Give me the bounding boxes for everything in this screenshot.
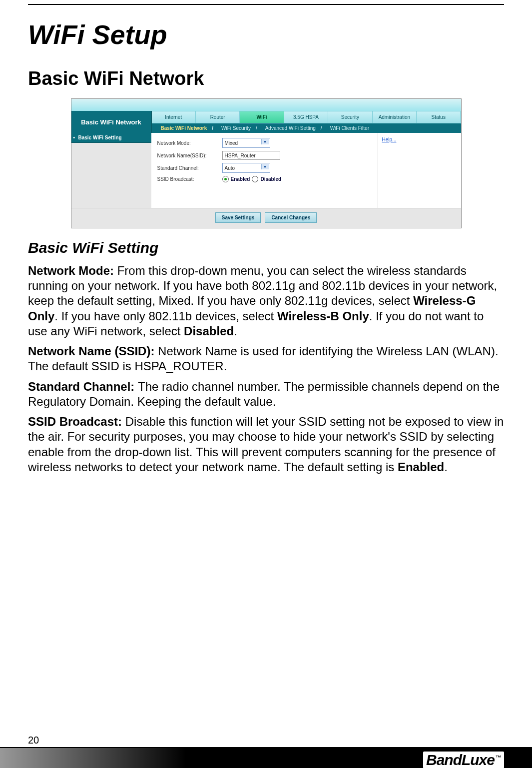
- radio-disabled[interactable]: [252, 176, 258, 182]
- cancel-changes-button[interactable]: Cancel Changes: [265, 212, 317, 223]
- router-body: Basic WiFi Setting Network Mode: Mixed N…: [71, 133, 461, 208]
- subsection-title: Basic WiFi Setting: [28, 239, 504, 256]
- bold-wireless-b: Wireless-B Only: [277, 309, 369, 323]
- footer-bar: BandLuxe™: [0, 748, 532, 768]
- router-screenshot: Basic WiFi Network Internet Router WiFi …: [71, 98, 462, 228]
- main-tab-row: Internet Router WiFi 3.5G HSPA Security …: [152, 111, 461, 123]
- router-header: Basic WiFi Network Internet Router WiFi …: [71, 111, 461, 133]
- router-panel-title: Basic WiFi Network: [71, 111, 152, 133]
- paragraph-network-mode: Network Mode: From this drop-down menu, …: [28, 263, 504, 339]
- label-network-mode: Network Mode:: [157, 140, 222, 146]
- save-settings-button[interactable]: Save Settings: [215, 212, 261, 223]
- radio-enabled-label: Enabled: [231, 176, 250, 182]
- router-top-strip: [71, 99, 461, 111]
- brand-tm: ™: [496, 754, 501, 761]
- router-help-panel: Help...: [378, 133, 461, 208]
- top-rule: [28, 4, 504, 5]
- lead-ssid: Network Name (SSID):: [28, 344, 158, 358]
- lead-channel: Standard Channel:: [28, 380, 138, 393]
- router-sidebar: Basic WiFi Setting: [71, 133, 151, 208]
- subtab-wifi-clients-filter[interactable]: WiFi Clients Filter: [326, 125, 373, 131]
- radio-enabled[interactable]: [222, 176, 229, 182]
- subtab-basic-wifi-network[interactable]: Basic WiFi Network: [157, 125, 218, 131]
- sidebar-item-basic-wifi-setting[interactable]: Basic WiFi Setting: [71, 133, 151, 143]
- tab-internet[interactable]: Internet: [152, 111, 196, 123]
- tab-security[interactable]: Security: [328, 111, 372, 123]
- tab-wifi[interactable]: WiFi: [240, 111, 284, 123]
- label-ssid-broadcast: SSID Broadcast:: [157, 176, 222, 182]
- text-p1b: . If you have only 802.11b devices, sele…: [54, 309, 277, 323]
- tab-hspa[interactable]: 3.5G HSPA: [284, 111, 328, 123]
- brand-logo: BandLuxe™: [423, 752, 504, 768]
- label-channel: Standard Channel:: [157, 165, 222, 171]
- bold-disabled: Disabled: [184, 324, 234, 338]
- tab-administration[interactable]: Administration: [373, 111, 417, 123]
- sub-tab-row: Basic WiFi Network WiFi Security Advance…: [152, 123, 461, 133]
- subtab-advanced-wifi-setting[interactable]: Advanced WiFi Setting: [261, 125, 326, 131]
- paragraph-channel: Standard Channel: The radio channel numb…: [28, 379, 504, 409]
- lead-broadcast: SSID Broadcast:: [28, 415, 125, 428]
- lead-network-mode: Network Mode:: [28, 264, 117, 277]
- radio-disabled-label: Disabled: [260, 176, 281, 182]
- subtab-wifi-security[interactable]: WiFi Security: [217, 125, 261, 131]
- bold-enabled: Enabled: [398, 460, 444, 474]
- paragraph-ssid: Network Name (SSID): Network Name is use…: [28, 344, 504, 374]
- help-link[interactable]: Help...: [382, 137, 397, 142]
- paragraph-broadcast: SSID Broadcast: Disable this function wi…: [28, 414, 504, 475]
- chapter-title: WiFi Setup: [28, 19, 504, 50]
- radio-group-ssid-broadcast: Enabled Disabled: [222, 176, 282, 182]
- router-footer: Save Settings Cancel Changes: [71, 208, 461, 228]
- page-footer: 20 BandLuxe™: [0, 735, 532, 768]
- tab-status[interactable]: Status: [417, 111, 461, 123]
- page-number: 20: [0, 735, 532, 747]
- tab-router[interactable]: Router: [196, 111, 240, 123]
- router-tabs-area: Internet Router WiFi 3.5G HSPA Security …: [152, 111, 461, 133]
- brand-text: BandLuxe: [426, 752, 495, 768]
- select-channel[interactable]: Auto: [222, 163, 270, 173]
- section-title: Basic WiFi Network: [28, 68, 504, 89]
- label-ssid: Network Name(SSID):: [157, 153, 222, 158]
- input-ssid[interactable]: HSPA_Router: [222, 151, 280, 160]
- text-p1d: .: [234, 324, 237, 338]
- router-form: Network Mode: Mixed Network Name(SSID): …: [151, 133, 378, 208]
- text-p4b: .: [444, 460, 448, 474]
- select-network-mode[interactable]: Mixed: [222, 138, 270, 148]
